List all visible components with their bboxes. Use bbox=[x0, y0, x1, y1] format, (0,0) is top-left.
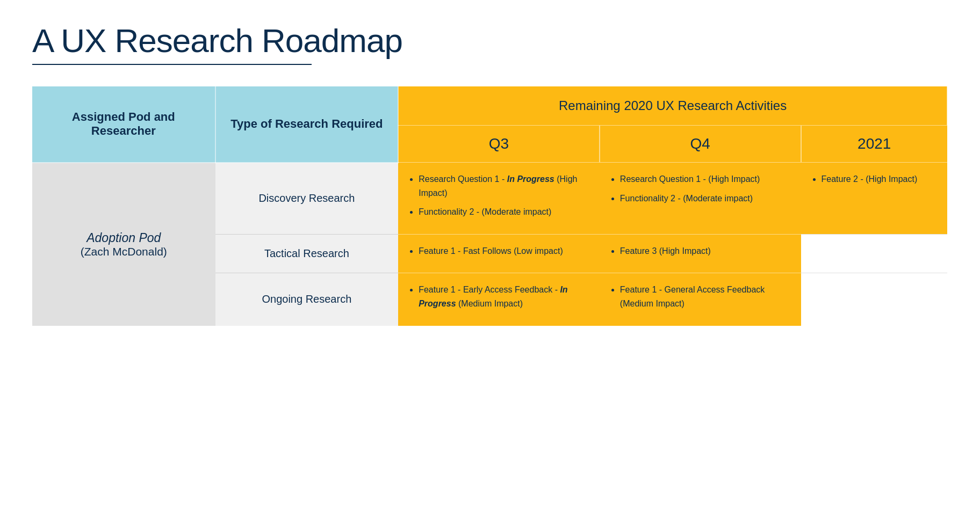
roadmap-table: Assigned Pod and Researcher Type of Rese… bbox=[32, 86, 948, 326]
q4-cell: Feature 1 - General Access Feedback (Med… bbox=[600, 273, 801, 326]
title-divider bbox=[32, 64, 312, 65]
pod-cell: Adoption Pod(Zach McDonald) bbox=[32, 163, 215, 326]
header-q3: Q3 bbox=[398, 126, 600, 163]
header-type: Type of Research Required bbox=[215, 86, 399, 163]
2021-cell bbox=[801, 273, 948, 326]
type-cell: Tactical Research bbox=[215, 234, 399, 273]
header-q4: Q4 bbox=[600, 126, 801, 163]
table-row: Adoption Pod(Zach McDonald)Discovery Res… bbox=[32, 163, 947, 235]
q3-cell: Feature 1 - Early Access Feedback - In P… bbox=[398, 273, 600, 326]
q3-cell: Feature 1 - Fast Follows (Low impact) bbox=[398, 234, 600, 273]
header-2021: 2021 bbox=[801, 126, 948, 163]
page-title: A UX Research Roadmap bbox=[32, 21, 948, 60]
type-cell: Ongoing Research bbox=[215, 273, 399, 326]
2021-cell: Feature 2 - (High Impact) bbox=[801, 163, 948, 235]
roadmap-table-wrapper: Assigned Pod and Researcher Type of Rese… bbox=[32, 86, 948, 326]
header-row-1: Assigned Pod and Researcher Type of Rese… bbox=[32, 86, 947, 126]
q4-cell: Feature 3 (High Impact) bbox=[600, 234, 801, 273]
table-body: Adoption Pod(Zach McDonald)Discovery Res… bbox=[32, 163, 947, 326]
q3-cell: Research Question 1 - In Progress (High … bbox=[398, 163, 600, 235]
q4-cell: Research Question 1 - (High Impact)Funct… bbox=[600, 163, 801, 235]
2021-cell bbox=[801, 234, 948, 273]
header-pod: Assigned Pod and Researcher bbox=[32, 86, 215, 163]
type-cell: Discovery Research bbox=[215, 163, 399, 235]
header-activities: Remaining 2020 UX Research Activities bbox=[398, 86, 947, 126]
